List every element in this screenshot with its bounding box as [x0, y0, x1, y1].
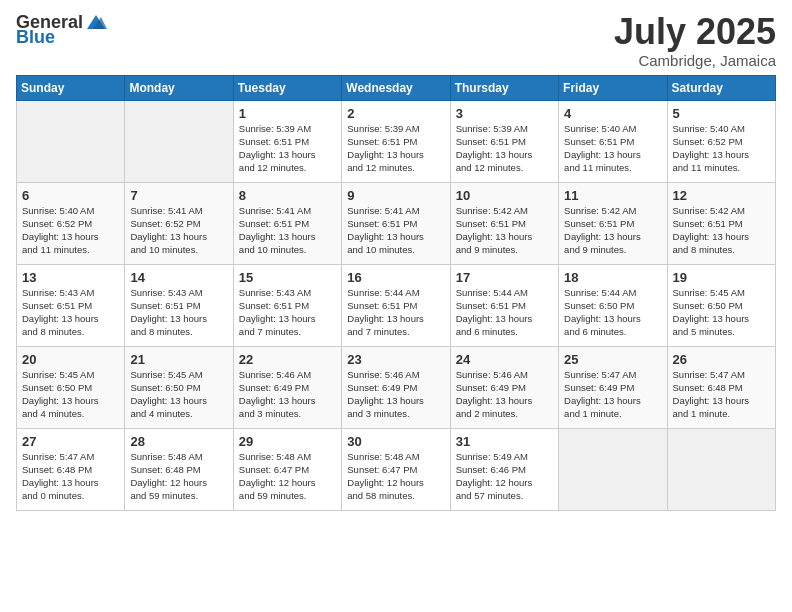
day-info-line: Sunset: 6:50 PM [564, 300, 662, 313]
day-info-line: Sunset: 6:49 PM [239, 382, 337, 395]
week-row-3: 20Sunrise: 5:45 AMSunset: 6:50 PMDayligh… [17, 346, 776, 428]
calendar-cell: 1Sunrise: 5:39 AMSunset: 6:51 PMDaylight… [233, 100, 341, 182]
day-info-line: Daylight: 13 hours [130, 313, 228, 326]
day-number: 26 [673, 351, 771, 369]
day-info-line: Sunrise: 5:40 AM [22, 205, 120, 218]
calendar-cell: 31Sunrise: 5:49 AMSunset: 6:46 PMDayligh… [450, 428, 558, 510]
day-info-line: Sunrise: 5:39 AM [347, 123, 445, 136]
day-header-row: SundayMondayTuesdayWednesdayThursdayFrid… [17, 75, 776, 100]
day-number: 28 [130, 433, 228, 451]
day-info-line: Sunrise: 5:42 AM [456, 205, 554, 218]
day-info-line: and 8 minutes. [130, 326, 228, 339]
calendar-cell [559, 428, 667, 510]
day-info-line: Daylight: 13 hours [22, 313, 120, 326]
calendar-cell: 2Sunrise: 5:39 AMSunset: 6:51 PMDaylight… [342, 100, 450, 182]
day-info-line: Sunrise: 5:41 AM [239, 205, 337, 218]
week-row-1: 6Sunrise: 5:40 AMSunset: 6:52 PMDaylight… [17, 182, 776, 264]
day-number: 4 [564, 105, 662, 123]
week-row-4: 27Sunrise: 5:47 AMSunset: 6:48 PMDayligh… [17, 428, 776, 510]
day-info-line: Daylight: 12 hours [130, 477, 228, 490]
day-info-line: Sunrise: 5:43 AM [239, 287, 337, 300]
day-info-line: and 58 minutes. [347, 490, 445, 503]
day-info-line: Daylight: 13 hours [347, 231, 445, 244]
day-info-line: Sunset: 6:51 PM [564, 218, 662, 231]
day-info-line: Sunrise: 5:40 AM [673, 123, 771, 136]
day-info-line: Sunrise: 5:46 AM [456, 369, 554, 382]
day-info-line: Sunset: 6:51 PM [456, 218, 554, 231]
day-info-line: Sunrise: 5:44 AM [347, 287, 445, 300]
week-row-0: 1Sunrise: 5:39 AMSunset: 6:51 PMDaylight… [17, 100, 776, 182]
day-info-line: Sunrise: 5:41 AM [347, 205, 445, 218]
calendar-cell: 3Sunrise: 5:39 AMSunset: 6:51 PMDaylight… [450, 100, 558, 182]
day-info-line: Sunset: 6:50 PM [673, 300, 771, 313]
calendar-cell: 23Sunrise: 5:46 AMSunset: 6:49 PMDayligh… [342, 346, 450, 428]
day-info-line: and 3 minutes. [347, 408, 445, 421]
calendar-cell: 25Sunrise: 5:47 AMSunset: 6:49 PMDayligh… [559, 346, 667, 428]
day-info-line: Sunset: 6:47 PM [347, 464, 445, 477]
calendar-cell: 19Sunrise: 5:45 AMSunset: 6:50 PMDayligh… [667, 264, 775, 346]
day-number: 14 [130, 269, 228, 287]
day-number: 7 [130, 187, 228, 205]
day-info-line: Sunrise: 5:39 AM [456, 123, 554, 136]
calendar-table: SundayMondayTuesdayWednesdayThursdayFrid… [16, 75, 776, 511]
calendar-cell: 16Sunrise: 5:44 AMSunset: 6:51 PMDayligh… [342, 264, 450, 346]
day-info-line: Daylight: 13 hours [347, 395, 445, 408]
day-info-line: Daylight: 12 hours [456, 477, 554, 490]
day-number: 31 [456, 433, 554, 451]
day-header-monday: Monday [125, 75, 233, 100]
calendar-cell: 24Sunrise: 5:46 AMSunset: 6:49 PMDayligh… [450, 346, 558, 428]
day-info-line: Sunrise: 5:44 AM [456, 287, 554, 300]
day-info-line: Sunset: 6:52 PM [130, 218, 228, 231]
calendar-cell: 10Sunrise: 5:42 AMSunset: 6:51 PMDayligh… [450, 182, 558, 264]
day-number: 11 [564, 187, 662, 205]
subtitle: Cambridge, Jamaica [614, 52, 776, 69]
calendar-cell: 26Sunrise: 5:47 AMSunset: 6:48 PMDayligh… [667, 346, 775, 428]
day-info-line: Daylight: 13 hours [673, 149, 771, 162]
day-info-line: Daylight: 13 hours [22, 477, 120, 490]
day-info-line: Sunrise: 5:39 AM [239, 123, 337, 136]
day-info-line: Daylight: 13 hours [130, 395, 228, 408]
header: General Blue July 2025 Cambridge, Jamaic… [16, 12, 776, 69]
day-number: 1 [239, 105, 337, 123]
calendar-cell: 5Sunrise: 5:40 AMSunset: 6:52 PMDaylight… [667, 100, 775, 182]
day-info-line: Sunrise: 5:45 AM [22, 369, 120, 382]
day-header-wednesday: Wednesday [342, 75, 450, 100]
day-info-line: Sunset: 6:50 PM [130, 382, 228, 395]
day-info-line: Sunset: 6:49 PM [456, 382, 554, 395]
day-info-line: and 6 minutes. [564, 326, 662, 339]
day-info-line: Daylight: 13 hours [673, 395, 771, 408]
day-info-line: and 0 minutes. [22, 490, 120, 503]
day-info-line: Daylight: 13 hours [673, 231, 771, 244]
day-header-thursday: Thursday [450, 75, 558, 100]
day-info-line: Daylight: 13 hours [347, 149, 445, 162]
calendar-cell: 22Sunrise: 5:46 AMSunset: 6:49 PMDayligh… [233, 346, 341, 428]
day-info-line: and 59 minutes. [239, 490, 337, 503]
day-info-line: and 12 minutes. [456, 162, 554, 175]
logo-blue-text: Blue [16, 27, 55, 48]
day-info-line: Daylight: 13 hours [564, 231, 662, 244]
day-number: 29 [239, 433, 337, 451]
day-info-line: Sunset: 6:47 PM [239, 464, 337, 477]
calendar-cell: 11Sunrise: 5:42 AMSunset: 6:51 PMDayligh… [559, 182, 667, 264]
day-info-line: and 9 minutes. [564, 244, 662, 257]
day-info-line: Daylight: 13 hours [456, 149, 554, 162]
calendar-cell: 7Sunrise: 5:41 AMSunset: 6:52 PMDaylight… [125, 182, 233, 264]
day-info-line: Sunrise: 5:45 AM [130, 369, 228, 382]
week-row-2: 13Sunrise: 5:43 AMSunset: 6:51 PMDayligh… [17, 264, 776, 346]
day-info-line: Sunset: 6:51 PM [239, 136, 337, 149]
calendar-cell: 8Sunrise: 5:41 AMSunset: 6:51 PMDaylight… [233, 182, 341, 264]
day-info-line: and 59 minutes. [130, 490, 228, 503]
logo: General Blue [16, 12, 107, 48]
day-number: 19 [673, 269, 771, 287]
day-number: 24 [456, 351, 554, 369]
day-info-line: and 8 minutes. [673, 244, 771, 257]
day-info-line: Sunrise: 5:41 AM [130, 205, 228, 218]
day-info-line: Sunset: 6:49 PM [564, 382, 662, 395]
calendar-cell: 12Sunrise: 5:42 AMSunset: 6:51 PMDayligh… [667, 182, 775, 264]
day-number: 3 [456, 105, 554, 123]
day-number: 9 [347, 187, 445, 205]
day-info-line: Sunrise: 5:44 AM [564, 287, 662, 300]
day-info-line: Sunrise: 5:40 AM [564, 123, 662, 136]
day-info-line: and 10 minutes. [347, 244, 445, 257]
day-info-line: and 9 minutes. [456, 244, 554, 257]
